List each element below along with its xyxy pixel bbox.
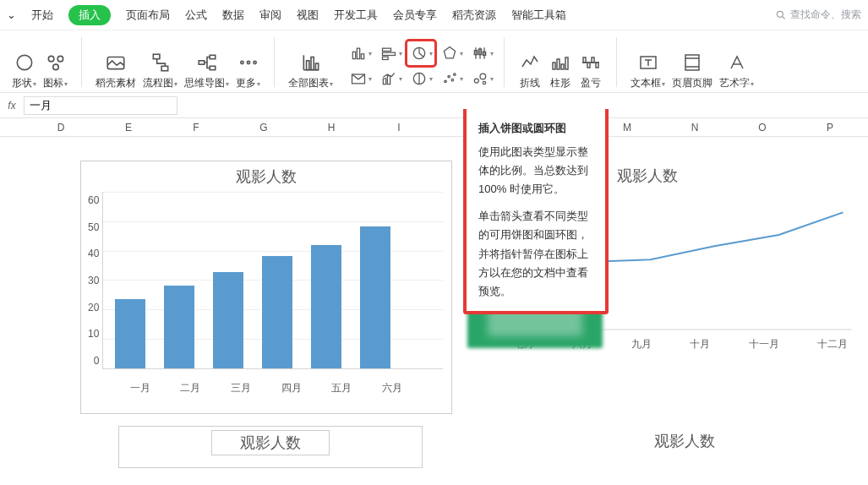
worksheet-area[interactable]: 观影人数 60 50 40 30 20 10 0 一月二月三月四月五月六月 观影… [0, 137, 868, 485]
pie-chart-icon [410, 45, 429, 62]
bar-chart-2[interactable]: 观影人数 [118, 426, 423, 468]
textbox-button[interactable]: 文本框▾ [631, 51, 665, 90]
svg-rect-23 [382, 57, 388, 59]
flowchart-button[interactable]: 流程图▾ [143, 51, 177, 90]
textbox-icon [638, 52, 658, 73]
wordart-button[interactable]: 艺术字▾ [719, 51, 754, 90]
svg-point-2 [17, 55, 31, 69]
stock-chart-button[interactable]: ▾ [468, 41, 495, 65]
bar [262, 256, 292, 368]
combo-chart-button[interactable]: ▾ [377, 67, 404, 90]
menu-devtools[interactable]: 开发工具 [334, 8, 378, 23]
menu-daoke[interactable]: 稻壳资源 [452, 8, 496, 23]
sparkline-column-icon [550, 52, 570, 73]
all-charts-button[interactable]: 全部图表▾ [288, 51, 333, 90]
combo-chart-icon [379, 70, 398, 87]
svg-rect-20 [361, 54, 363, 59]
menu-bar: ⌄ 开始 插入 页面布局 公式 数据 审阅 视图 开发工具 会员专享 稻壳资源 … [0, 0, 868, 30]
svg-point-13 [247, 61, 249, 63]
tooltip-body-1: 使用此图表类型显示整体的比例。当总数达到 100% 时使用它。 [478, 143, 593, 199]
svg-rect-21 [382, 48, 390, 51]
svg-rect-47 [596, 63, 598, 68]
sparkline-winloss-icon [581, 52, 601, 73]
svg-rect-11 [210, 66, 216, 69]
bar [164, 286, 194, 368]
svg-rect-7 [153, 54, 160, 58]
sparkline-column-button[interactable]: 柱形 [549, 51, 572, 90]
bar-horizontal-button[interactable]: ▾ [377, 41, 404, 65]
menu-member[interactable]: 会员专享 [393, 8, 437, 23]
scatter-icon [440, 70, 459, 87]
radar-chart-button[interactable]: ▾ [438, 41, 465, 65]
svg-rect-45 [587, 63, 590, 68]
svg-rect-44 [583, 57, 586, 63]
daoke-button[interactable]: 稻壳素材 [96, 51, 136, 90]
horizontal-bar-icon [379, 45, 398, 62]
smarticons-icon [45, 52, 67, 74]
bubble-chart-button[interactable]: ▾ [468, 67, 495, 90]
svg-rect-15 [306, 61, 308, 70]
tooltip-body-2: 单击箭头查看不同类型的可用饼图和圆环图，并将指针暂停在图标上方以在您的文档中查看… [478, 207, 593, 300]
more-button[interactable]: 更多▾ [236, 51, 260, 90]
candlestick-icon [471, 45, 489, 62]
menu-insert[interactable]: 插入 [68, 5, 111, 25]
col-D[interactable]: D [27, 118, 95, 136]
svg-point-12 [240, 61, 243, 63]
sparkline-line-button[interactable]: 折线 [518, 51, 542, 90]
sparkline-winloss-button[interactable]: 盈亏 [579, 51, 603, 90]
formula-input[interactable] [24, 96, 177, 115]
file-dropdown[interactable]: ⌄ [7, 8, 16, 21]
mindmap-button[interactable]: 思维导图▾ [184, 51, 229, 90]
col-E[interactable]: E [95, 118, 162, 136]
col-I[interactable]: I [365, 118, 433, 136]
bar-chart[interactable]: 观影人数 60 50 40 30 20 10 0 一月二月三月四月五月六月 [80, 161, 452, 414]
svg-rect-42 [561, 64, 564, 69]
area-chart-button[interactable]: ▾ [347, 67, 374, 90]
command-search[interactable]: 查找命令、搜索 [775, 8, 861, 22]
svg-point-35 [451, 79, 454, 81]
svg-point-39 [483, 81, 485, 84]
formula-bar: fx [0, 93, 868, 118]
tooltip-title: 插入饼图或圆环图 [478, 119, 593, 138]
svg-point-33 [444, 80, 446, 83]
col-G[interactable]: G [230, 118, 298, 136]
svg-point-38 [480, 74, 486, 79]
bubble-icon [471, 70, 489, 87]
menu-formulas[interactable]: 公式 [185, 8, 207, 23]
icons-button[interactable]: 图标▾ [43, 51, 68, 90]
col-F[interactable]: F [162, 118, 230, 136]
svg-rect-41 [557, 59, 560, 69]
fx-label: fx [0, 100, 24, 112]
bar [115, 299, 145, 368]
svg-rect-18 [352, 52, 355, 58]
col-N[interactable]: N [661, 118, 729, 136]
header-footer-button[interactable]: 页眉页脚 [672, 51, 712, 90]
search-placeholder-text: 查找命令、搜索 [790, 8, 861, 22]
scatter-chart-button[interactable]: ▾ [438, 67, 465, 90]
menu-data[interactable]: 数据 [222, 8, 244, 23]
more-icon [237, 52, 259, 74]
menu-view[interactable]: 视图 [297, 8, 319, 23]
svg-rect-17 [315, 63, 318, 70]
svg-point-3 [48, 56, 54, 62]
bar-chart-3[interactable]: 观影人数 [532, 426, 837, 468]
gallery-icon [105, 52, 127, 74]
menu-review[interactable]: 审阅 [259, 8, 281, 23]
pie-chart-button[interactable]: ▾ [407, 41, 434, 65]
svg-point-5 [52, 64, 58, 70]
menu-smarttools[interactable]: 智能工具箱 [511, 8, 566, 23]
col-P[interactable]: P [796, 118, 864, 136]
doughnut-chart-button[interactable]: ▾ [407, 67, 434, 90]
menu-page-layout[interactable]: 页面布局 [126, 8, 170, 23]
bar-yaxis: 60 50 40 30 20 10 0 [85, 192, 102, 369]
svg-rect-31 [387, 76, 390, 84]
shapes-button[interactable]: 形状▾ [12, 51, 36, 90]
bar [360, 226, 390, 368]
col-O[interactable]: O [729, 118, 796, 136]
svg-rect-40 [553, 63, 555, 69]
svg-rect-19 [357, 48, 359, 58]
column-chart-button[interactable]: ▾ [347, 41, 374, 65]
wordart-icon [727, 52, 747, 73]
menu-start[interactable]: 开始 [31, 8, 53, 23]
col-H[interactable]: H [298, 118, 365, 136]
